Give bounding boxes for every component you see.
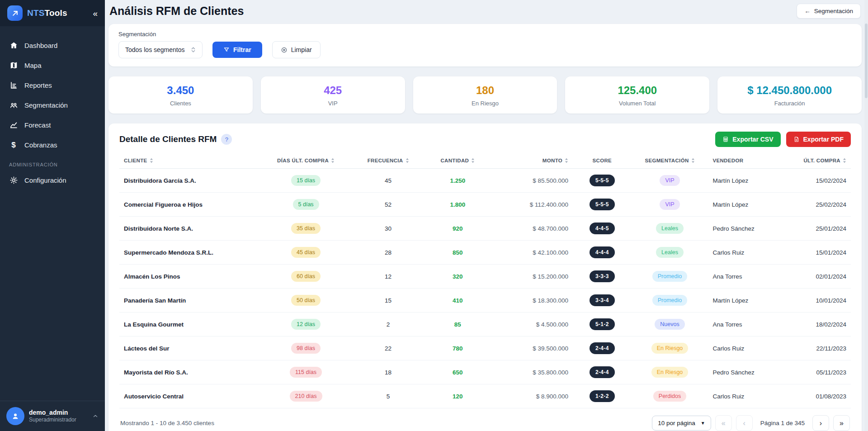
user-menu[interactable]: demo_admin Superadministrador xyxy=(0,401,105,431)
clear-circle-icon xyxy=(281,47,288,53)
stat-label: VIP xyxy=(264,100,401,107)
column-header-segmentacion[interactable]: SEGMENTACIÓN xyxy=(645,158,694,163)
client-name: Autoservicio Central xyxy=(124,393,184,400)
sidebar-section-label: ADMINISTRACIÓN xyxy=(0,155,105,170)
stat-label: En Riesgo xyxy=(417,100,554,107)
first-page-button[interactable]: « xyxy=(715,415,732,431)
chevron-up-icon xyxy=(92,413,99,419)
table-row[interactable]: Panadería San Martín 50 días 15 410 $ 18… xyxy=(119,289,851,313)
column-header-ult-compra[interactable]: ÚLT. COMPRA xyxy=(803,158,846,163)
filter-button[interactable]: Filtrar xyxy=(212,42,262,58)
salesperson-value: Ana Torres xyxy=(708,265,796,289)
table-row[interactable]: Supermercado Mendoza S.R.L. 45 días 28 8… xyxy=(119,241,851,265)
table-row[interactable]: Comercial Figueroa e Hijos 5 días 52 1.8… xyxy=(119,193,851,217)
table-row[interactable]: Distribuidora Norte S.A. 35 días 30 920 … xyxy=(119,217,851,241)
stat-card-volumen: 125.400 Volumen Total xyxy=(565,76,709,114)
stats-row: 3.450 Clientes 425 VIP 180 En Riesgo 125… xyxy=(108,76,862,114)
column-header-monto[interactable]: MONTO xyxy=(542,158,568,163)
scrollbar-thumb[interactable] xyxy=(865,24,868,98)
gear-icon xyxy=(9,175,18,185)
sidebar-item-label: Configuración xyxy=(24,176,66,184)
days-since-purchase-badge: 210 días xyxy=(290,391,322,402)
client-name: Panadería San Martín xyxy=(124,297,186,304)
caret-down-icon: ▼ xyxy=(701,421,705,426)
table-row[interactable]: Distribuidora García S.A. 15 días 45 1.2… xyxy=(119,169,851,193)
help-icon[interactable]: ? xyxy=(221,134,232,145)
prev-page-button[interactable]: ‹ xyxy=(736,415,753,431)
amount-value: $ 4.500.000 xyxy=(492,313,573,336)
table-row[interactable]: Autoservicio Central 210 días 5 120 $ 8.… xyxy=(119,384,851,408)
table-row[interactable]: Lácteos del Sur 98 días 22 780 $ 39.500.… xyxy=(119,336,851,360)
user-avatar xyxy=(6,407,24,425)
home-icon xyxy=(9,41,18,50)
table-row[interactable]: Mayorista del Río S.A. 115 días 18 650 $… xyxy=(119,360,851,384)
frequency-value: 5 xyxy=(354,384,423,408)
table-row[interactable]: La Esquina Gourmet 12 días 2 85 $ 4.500.… xyxy=(119,313,851,336)
salesperson-value: Martín López xyxy=(708,193,796,217)
days-since-purchase-badge: 98 días xyxy=(291,343,321,354)
client-name: Comercial Figueroa e Hijos xyxy=(124,201,203,208)
rfm-score-badge: 1-2-2 xyxy=(590,390,615,402)
sidebar-item-configuracion[interactable]: Configuración xyxy=(0,170,105,190)
rfm-score-badge: 4-4-5 xyxy=(590,223,615,234)
segment-badge: Promedio xyxy=(652,271,688,282)
sidebar-item-label: Forecast xyxy=(24,121,51,129)
sidebar-item-cobranzas[interactable]: $ Cobranzas xyxy=(0,135,105,155)
export-csv-button[interactable]: Exportar CSV xyxy=(715,132,780,147)
sidebar-nav: Dashboard Mapa Reportes Segmentación For… xyxy=(0,26,105,401)
rfm-score-badge: 5-5-5 xyxy=(590,199,615,210)
client-name: Almacén Los Pinos xyxy=(124,273,180,280)
amount-value: $ 15.200.000 xyxy=(492,265,573,289)
last-purchase-date: 25/02/2024 xyxy=(796,193,851,217)
user-name: demo_admin xyxy=(29,409,76,417)
salesperson-value: Pedro Sánchez xyxy=(708,217,796,241)
client-name: Distribuidora García S.A. xyxy=(124,177,196,184)
filter-panel: Segmentación Todos los segmentos Filtrar… xyxy=(108,24,862,66)
frequency-value: 12 xyxy=(354,265,423,289)
column-header-cantidad[interactable]: CANTIDAD xyxy=(440,158,475,163)
sort-icon xyxy=(406,158,409,163)
quantity-value: 850 xyxy=(423,241,492,265)
segment-badge: VIP xyxy=(660,175,679,186)
sidebar-item-mapa[interactable]: Mapa xyxy=(0,55,105,75)
column-header-dias[interactable]: DÍAS ÚLT. COMPRA xyxy=(277,158,335,163)
column-header-cliente[interactable]: CLIENTE xyxy=(124,158,153,163)
sidebar-item-segmentacion[interactable]: Segmentación xyxy=(0,95,105,115)
stat-card-clientes: 3.450 Clientes xyxy=(108,76,253,114)
sidebar-item-reportes[interactable]: Reportes xyxy=(0,75,105,95)
segment-badge: Promedio xyxy=(652,295,688,306)
stat-value: 425 xyxy=(264,84,401,97)
last-page-button[interactable]: » xyxy=(833,415,850,431)
table-header-row: CLIENTE DÍAS ÚLT. COMPRA FRECUENCIA CANT… xyxy=(119,153,851,169)
map-icon xyxy=(9,61,18,70)
segment-badge: Leales xyxy=(656,223,684,234)
scrollbar[interactable] xyxy=(864,0,868,431)
amount-value: $ 8.900.000 xyxy=(492,384,573,408)
client-name: Supermercado Mendoza S.R.L. xyxy=(124,249,213,256)
results-summary: Mostrando 1 - 10 de 3.450 clientes xyxy=(120,420,214,426)
table-row[interactable]: Almacén Los Pinos 60 días 12 320 $ 15.20… xyxy=(119,265,851,289)
days-since-purchase-badge: 115 días xyxy=(290,367,322,378)
days-since-purchase-badge: 60 días xyxy=(291,271,321,282)
page-size-select[interactable]: 10 por página ▼ xyxy=(652,416,711,431)
clear-filter-button[interactable]: Limpiar xyxy=(272,41,321,58)
sidebar-item-dashboard[interactable]: Dashboard xyxy=(0,35,105,55)
frequency-value: 28 xyxy=(354,241,423,265)
salesperson-value: Carlos Ruiz xyxy=(708,336,796,360)
segment-select[interactable]: Todos los segmentos xyxy=(118,41,203,58)
column-header-vendedor: VENDEDOR xyxy=(712,158,743,163)
pagination-controls: 10 por página ▼ « ‹ Página 1 de 345 › » xyxy=(652,415,850,431)
stat-value: $ 12.450.800.000 xyxy=(721,84,858,97)
next-page-button[interactable]: › xyxy=(812,415,829,431)
last-purchase-date: 05/11/2023 xyxy=(796,360,851,384)
sidebar-item-label: Dashboard xyxy=(24,42,57,49)
sidebar-item-label: Mapa xyxy=(24,62,42,69)
report-chart-icon xyxy=(9,81,18,90)
sidebar-item-forecast[interactable]: Forecast xyxy=(0,115,105,135)
export-pdf-button[interactable]: Exportar PDF xyxy=(786,132,851,147)
column-header-frecuencia[interactable]: FRECUENCIA xyxy=(368,158,409,163)
amount-value: $ 112.400.000 xyxy=(492,193,573,217)
frequency-value: 22 xyxy=(354,336,423,360)
sidebar-collapse-icon[interactable]: « xyxy=(93,9,98,18)
back-to-segmentation-button[interactable]: ← Segmentación xyxy=(797,4,861,19)
